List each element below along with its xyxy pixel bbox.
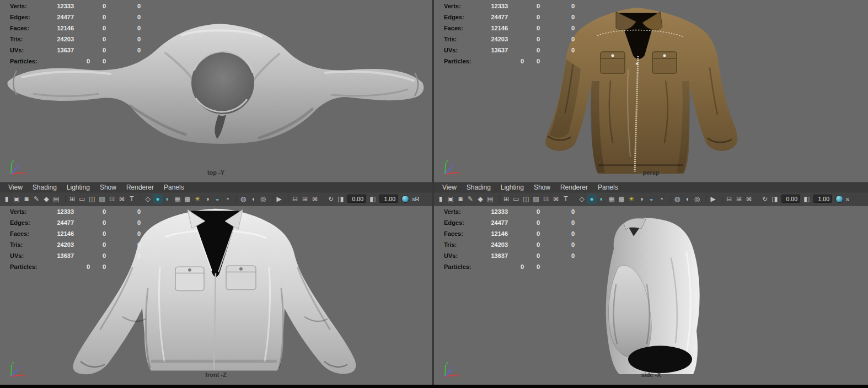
isolate-select-icon[interactable]: ◎ [692,194,702,204]
shaded-mode-icon[interactable]: ● [153,194,163,204]
screen-space-ao-icon[interactable]: ◒ [212,194,222,204]
gate-mask-icon[interactable]: ▥ [531,194,541,204]
menu-view[interactable]: View [437,183,462,192]
menu-panels[interactable]: Panels [593,183,623,192]
material-checker-icon[interactable]: ▦ [173,194,183,204]
backface-culling-icon[interactable]: ◖ [682,194,692,204]
maximize-pane-icon[interactable]: ⊠ [744,194,754,204]
gamma-toggle-icon[interactable]: ◧ [368,194,378,204]
stat-value: 13637 [466,47,508,53]
stat-zero: 0 [103,58,106,64]
menu-lighting[interactable]: Lighting [496,183,529,192]
safe-action-icon[interactable]: ⊠ [551,194,561,204]
stat-value: 12146 [466,25,508,31]
film-gate-icon[interactable]: ▭ [511,194,521,204]
split-grid-icon[interactable]: ⊞ [734,194,744,204]
menu-renderer[interactable]: Renderer [555,183,593,192]
safe-title-icon[interactable]: T [127,194,137,204]
gate-mask-icon[interactable]: ▥ [97,194,107,204]
menu-show[interactable]: Show [95,183,121,192]
wireframe-on-shaded-icon[interactable]: ▩ [183,194,192,204]
motion-blur-icon[interactable]: ◔ [222,194,232,204]
stat-value: 12333 [466,208,508,215]
stat-value: 12146 [32,230,74,237]
material-checker-icon[interactable]: ▦ [607,194,617,204]
lights-icon[interactable]: ☀ [192,194,202,204]
bookmark-icon[interactable]: ◆ [475,194,485,204]
maya-four-view-workspace: Verts:1233300Edges:2447700Faces:1214600T… [0,0,868,388]
menu-panels[interactable]: Panels [159,183,189,192]
refresh-view-icon[interactable]: ↻ [326,194,336,204]
colorspace-label[interactable]: sR [411,196,420,202]
lock-camera-icon[interactable]: ◙ [22,194,31,204]
stat-value: 12333 [32,208,74,215]
gamma-field[interactable]: 1.00 [379,195,398,203]
wireframe-on-shaded-icon[interactable]: ▩ [617,194,626,204]
resolution-gate-icon[interactable]: ◫ [87,194,97,204]
menu-renderer[interactable]: Renderer [121,183,159,192]
panel-handle-icon[interactable]: ▮ [436,194,446,204]
textured-mode-icon[interactable]: ◐ [163,194,173,204]
motion-blur-icon[interactable]: ◔ [656,194,666,204]
view-transform-badge[interactable] [835,195,843,203]
image-plane-icon[interactable]: ▤ [485,194,495,204]
select-highlight-icon[interactable]: ▶ [274,194,284,204]
resolution-gate-icon[interactable]: ◫ [521,194,531,204]
viewport-persp[interactable]: Verts:1233300Edges:2447700Faces:1214600T… [434,0,868,182]
xray-icon[interactable]: ◍ [238,194,248,204]
grid-icon[interactable]: ⊞ [501,194,511,204]
shadows-icon[interactable]: ◑ [202,194,212,204]
panel-handle-icon[interactable]: ▮ [2,194,12,204]
menu-shading[interactable]: Shading [462,183,496,192]
exposure-toggle-icon[interactable]: ◨ [770,194,780,204]
viewport-top[interactable]: Verts:1233300Edges:2447700Faces:1214600T… [0,0,432,182]
split-horizontal-icon[interactable]: ⊟ [724,194,734,204]
menu-shading[interactable]: Shading [28,183,62,192]
grid-icon[interactable]: ⊞ [67,194,77,204]
safe-title-icon[interactable]: T [561,194,571,204]
select-camera-icon[interactable]: ▣ [12,194,22,204]
wireframe-mode-icon[interactable]: ◇ [143,194,153,204]
image-plane-icon[interactable]: ▤ [51,194,61,204]
split-horizontal-icon[interactable]: ⊟ [290,194,300,204]
screen-space-ao-icon[interactable]: ◒ [646,194,656,204]
textured-mode-icon[interactable]: ◐ [597,194,607,204]
field-chart-icon[interactable]: ⊡ [107,194,117,204]
exposure-toggle-icon[interactable]: ◨ [336,194,346,204]
xray-icon[interactable]: ◍ [672,194,682,204]
colorspace-label[interactable]: s [845,196,850,202]
exposure-field[interactable]: 0.00 [347,195,366,203]
gamma-toggle-icon[interactable]: ◧ [802,194,812,204]
lights-icon[interactable]: ☀ [626,194,636,204]
camera-attributes-icon[interactable]: ✎ [465,194,475,204]
view-transform-badge[interactable] [401,195,409,203]
select-camera-icon[interactable]: ▣ [446,194,456,204]
wireframe-mode-icon[interactable]: ◇ [577,194,587,204]
viewport-side[interactable]: Verts:1233300Edges:2447700Faces:1214600T… [434,206,868,385]
stat-zero: 0 [537,14,540,20]
toolbar-separator [572,195,575,203]
maximize-pane-icon[interactable]: ⊠ [310,194,320,204]
lock-camera-icon[interactable]: ◙ [456,194,465,204]
backface-culling-icon[interactable]: ◖ [248,194,258,204]
menu-lighting[interactable]: Lighting [62,183,95,192]
split-grid-icon[interactable]: ⊞ [300,194,310,204]
viewport-front[interactable]: Verts:1233300Edges:2447700Faces:1214600T… [0,206,432,385]
menu-show[interactable]: Show [529,183,555,192]
field-chart-icon[interactable]: ⊡ [541,194,551,204]
gamma-field[interactable]: 1.00 [813,195,832,203]
safe-action-icon[interactable]: ⊠ [117,194,127,204]
refresh-view-icon[interactable]: ↻ [760,194,770,204]
select-highlight-icon[interactable]: ▶ [708,194,718,204]
isolate-select-icon[interactable]: ◎ [258,194,268,204]
bookmark-icon[interactable]: ◆ [41,194,51,204]
camera-attributes-icon[interactable]: ✎ [31,194,41,204]
shadows-icon[interactable]: ◑ [636,194,646,204]
stat-zero: 0 [537,219,540,226]
toolbar-separator [720,195,722,203]
menu-view[interactable]: View [3,183,28,192]
exposure-field[interactable]: 0.00 [781,195,800,203]
shaded-mode-icon[interactable]: ● [587,194,597,204]
film-gate-icon[interactable]: ▭ [77,194,87,204]
stat-label: Tris: [444,241,457,248]
